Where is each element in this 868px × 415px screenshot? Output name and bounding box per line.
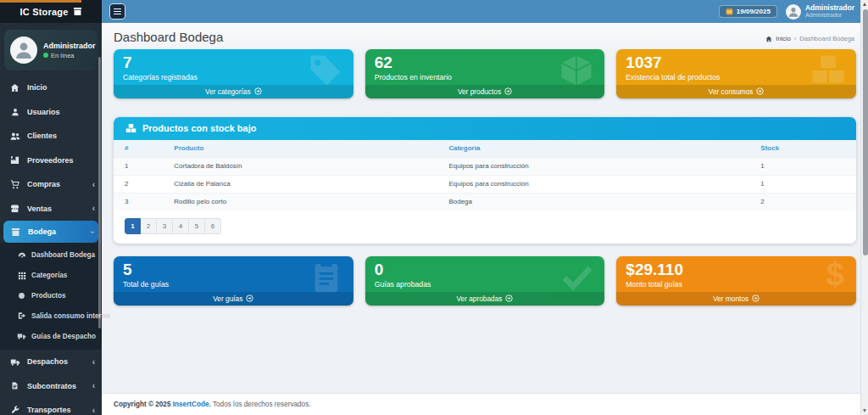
submenu-item-productos[interactable]: Productos bbox=[0, 286, 102, 306]
ver-guias-link[interactable]: Ver guías bbox=[114, 292, 353, 306]
gauge-icon bbox=[17, 251, 26, 260]
submenu-item-dashboard-bodega[interactable]: Dashboard Bodega bbox=[0, 245, 102, 266]
sidebar-item-proveedores[interactable]: Proveedores bbox=[0, 149, 102, 173]
page-button-3[interactable]: 3 bbox=[157, 218, 173, 234]
link-label: Ver guías bbox=[213, 294, 242, 303]
sidebar-item-label: Subcontratos bbox=[27, 382, 92, 390]
card-title: Productos con stock bajo bbox=[142, 123, 256, 133]
stat-value: $29.110 bbox=[626, 261, 847, 279]
footer-rights: Todos los derechos reservados. bbox=[213, 401, 311, 408]
ver-montos-link[interactable]: Ver montos bbox=[616, 292, 856, 306]
arrow-circle-right-icon bbox=[246, 294, 253, 302]
col-header: Stock bbox=[752, 140, 856, 158]
contract-file-icon bbox=[9, 381, 20, 390]
top-accent-bar bbox=[0, 0, 81, 3]
table-row: 3 Rodillo pelo corto Bodega 2 bbox=[114, 193, 856, 210]
stat-box-categorias: 7 Categorías registradas Ver categorías bbox=[114, 49, 353, 98]
users-icon bbox=[9, 132, 20, 141]
cubes-icon bbox=[125, 123, 136, 134]
arrow-circle-right-icon bbox=[254, 87, 262, 95]
storage-box-icon bbox=[73, 7, 82, 16]
link-label: Ver categorías bbox=[205, 87, 251, 96]
bodega-submenu: Dashboard Bodega Categorías Productos Sa… bbox=[0, 243, 102, 350]
stat-label: Existencia total de productos bbox=[626, 73, 847, 81]
sidebar-scrollbar[interactable] bbox=[98, 57, 101, 328]
sidebar-item-transportes[interactable]: Transportes ‹ bbox=[0, 398, 102, 415]
breadcrumb-current: Dashboard Bodega bbox=[799, 35, 854, 42]
breadcrumb-separator: › bbox=[794, 35, 797, 42]
industry-icon bbox=[9, 155, 20, 165]
low-stock-card: Productos con stock bajo # Producto Cate… bbox=[114, 117, 856, 244]
stat-label: Productos en inventario bbox=[375, 73, 596, 81]
page-button-1[interactable]: 1 bbox=[125, 218, 141, 234]
table-header-row: # Producto Categoría Stock bbox=[114, 140, 856, 158]
sidebar-item-label: Inicio bbox=[27, 83, 95, 92]
page-button-6[interactable]: 6 bbox=[205, 218, 221, 234]
sidebar-item-label: Clientes bbox=[27, 132, 95, 140]
ver-consumos-link[interactable]: Ver consumos bbox=[616, 85, 856, 98]
stat-value: 62 bbox=[375, 53, 596, 72]
pagination: 1 2 3 4 5 6 bbox=[125, 218, 856, 234]
page-button-5[interactable]: 5 bbox=[189, 218, 205, 234]
scroll-up-arrow-icon[interactable] bbox=[863, 3, 866, 6]
stat-box-guias-aprobadas: 0 Guías aprobadas Ver aprobadas bbox=[365, 256, 605, 306]
page-button-2[interactable]: 2 bbox=[141, 218, 157, 234]
sidebar-item-ventas[interactable]: Ventas ‹ bbox=[0, 197, 102, 222]
submenu-item-salida-consumo[interactable]: Salida consumo interno bbox=[0, 306, 102, 326]
sign-out-icon bbox=[17, 311, 26, 320]
window-scrollbar[interactable] bbox=[860, 0, 868, 415]
link-label: Ver montos bbox=[713, 294, 748, 303]
topbar-user-name: Administrador bbox=[805, 4, 854, 12]
chevron-left-icon: ‹ bbox=[92, 381, 95, 390]
scroll-down-arrow-icon[interactable] bbox=[863, 409, 866, 412]
link-label: Ver aprobadas bbox=[457, 294, 503, 303]
sidebar-item-compras[interactable]: Compras ‹ bbox=[0, 172, 102, 197]
sidebar-item-label: Transportes bbox=[27, 406, 92, 414]
sidebar-item-clientes[interactable]: Clientes bbox=[0, 124, 102, 149]
arrow-circle-right-icon bbox=[756, 87, 764, 95]
arrow-circle-right-icon bbox=[752, 294, 760, 302]
sidebar-item-despachos[interactable]: Despachos ‹ bbox=[0, 350, 102, 374]
sidebar-item-label: Usuarios bbox=[27, 108, 95, 116]
arrow-circle-right-icon bbox=[505, 294, 513, 302]
store-icon bbox=[9, 204, 20, 213]
low-stock-card-header: Productos con stock bajo bbox=[114, 117, 856, 140]
stat-box-monto-total: $ $29.110 Monto total guías Ver montos bbox=[616, 256, 856, 306]
ver-productos-link[interactable]: Ver productos bbox=[365, 85, 605, 98]
footer-brand-link[interactable]: InsertCode. bbox=[173, 401, 211, 408]
sidebar-user-status: En línea bbox=[51, 52, 75, 59]
truck-icon bbox=[9, 357, 20, 367]
cell-index: 3 bbox=[114, 193, 165, 210]
scrollbar-thumb[interactable] bbox=[863, 9, 868, 255]
stat-label: Monto total guías bbox=[626, 280, 847, 289]
topbar-user-role: Administrador bbox=[805, 12, 854, 19]
grid-icon bbox=[17, 272, 26, 280]
chevron-down-icon: ‹ bbox=[87, 230, 97, 233]
home-icon bbox=[765, 36, 772, 42]
submenu-item-guias-despacho[interactable]: Guías de Despacho bbox=[0, 326, 102, 346]
breadcrumb-home[interactable]: Inicio bbox=[776, 35, 791, 42]
user-menu[interactable]: Administrador Administrador bbox=[786, 4, 854, 20]
sidebar-item-inicio[interactable]: Inicio bbox=[0, 76, 102, 100]
submenu-item-categorias[interactable]: Categorías bbox=[0, 266, 102, 286]
chevron-left-icon: ‹ bbox=[92, 406, 95, 415]
ver-categorias-link[interactable]: Ver categorías bbox=[114, 85, 353, 98]
sidebar-item-usuarios[interactable]: Usuarios bbox=[0, 100, 102, 125]
submenu-item-label: Dashboard Bodega bbox=[31, 251, 95, 259]
wrench-icon bbox=[9, 406, 20, 414]
sidebar-item-bodega[interactable]: Bodega ‹ bbox=[3, 221, 98, 243]
home-icon bbox=[9, 83, 20, 93]
sidebar-item-label: Compras bbox=[27, 180, 92, 188]
sidebar-item-label: Ventas bbox=[27, 205, 92, 213]
stat-label: Total de guías bbox=[123, 280, 344, 289]
brand-logo[interactable]: IC Storage bbox=[0, 0, 102, 23]
avatar bbox=[10, 36, 37, 64]
sidebar-toggle-button[interactable] bbox=[109, 3, 125, 20]
cell-stock: 2 bbox=[752, 193, 856, 210]
page-button-4[interactable]: 4 bbox=[173, 218, 189, 234]
sidebar-item-subcontratos[interactable]: Subcontratos ‹ bbox=[0, 373, 102, 398]
sidebar-item-label: Bodega bbox=[28, 227, 91, 236]
current-date: 19/09/2025 bbox=[737, 8, 771, 15]
ver-aprobadas-link[interactable]: Ver aprobadas bbox=[365, 292, 605, 306]
stat-value: 7 bbox=[123, 53, 344, 72]
